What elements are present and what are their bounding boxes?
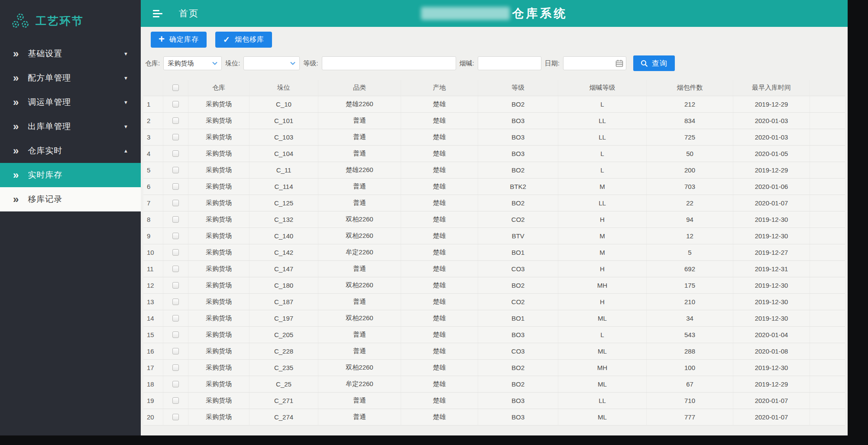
cell-grade: BTV [478,228,558,244]
cell-category: 牟定2260 [318,376,401,392]
table-row: 2 采购货场 C_101 普通 楚雄 BO3 LL 834 2020-01-03 [143,113,845,129]
row-checkbox-cell [163,360,188,376]
sidebar-submenu-item[interactable]: » 实时库存 [0,163,141,187]
row-checkbox[interactable] [172,117,179,124]
sidebar-menu-item[interactable]: » 调运单管理 ▼ [0,90,141,114]
sidebar-subitem-label: 实时库存 [28,169,62,181]
cell-warehouse: 采购货场 [188,261,249,277]
cell-warehouse: 采购货场 [188,360,249,376]
cell-warehouse: 采购货场 [188,129,249,145]
row-checkbox-cell [163,113,188,129]
cell-nicotine-grade: M [558,228,647,244]
row-filler-cell [810,343,845,359]
row-filler-cell [810,360,845,376]
row-checkbox[interactable] [172,414,179,420]
row-checkbox[interactable] [172,216,179,223]
row-checkbox[interactable] [172,282,179,289]
sidebar-menu-item[interactable]: » 配方单管理 ▼ [0,66,141,90]
grade-input[interactable] [322,56,456,70]
row-filler-cell [810,294,845,310]
select-all-checkbox[interactable] [172,84,179,91]
cell-category: 双柏2260 [318,228,401,244]
sidebar: 工艺环节 » 基础设置 ▼ » 配方单管理 ▼ » 调运单管理 [0,0,141,435]
cell-stack: C_187 [249,294,318,310]
plus-icon: + [159,34,165,44]
double-chevron-icon: » [13,146,19,156]
row-filler-cell [810,113,845,129]
cell-grade: CO3 [478,343,558,359]
row-checkbox[interactable] [172,364,179,371]
row-checkbox[interactable] [172,315,179,322]
cell-stack: C_235 [249,360,318,376]
row-filler-cell [810,179,845,195]
table-row: 18 采购货场 C_25 牟定2260 楚雄 BO2 ML 67 2019-12… [143,376,845,393]
row-checkbox[interactable] [172,331,179,338]
row-checkbox[interactable] [172,200,179,206]
row-checkbox[interactable] [172,183,179,190]
sidebar-menu-item[interactable]: » 基础设置 ▼ [0,42,141,66]
row-checkbox-cell [163,195,188,211]
row-number: 18 [143,376,163,392]
cell-warehouse: 采购货场 [188,294,249,310]
calendar-icon[interactable] [615,59,623,67]
row-number: 17 [143,360,163,376]
cell-category: 普通 [318,129,401,145]
sidebar-menu-item[interactable]: » 仓库实时 ▲ [0,139,141,163]
cell-nicotine-grade: ML [558,376,647,392]
row-checkbox-cell [163,393,188,409]
cell-origin: 楚雄 [401,162,478,178]
sidebar-subitem-label: 移库记录 [28,194,62,205]
cell-warehouse: 采购货场 [188,244,249,260]
row-checkbox-cell [163,294,188,310]
row-checkbox[interactable] [172,397,179,404]
cell-nicotine-grade: M [558,244,647,260]
table-row: 16 采购货场 C_228 普通 楚雄 CO3 ML 288 2020-01-0… [143,343,845,360]
row-checkbox[interactable] [172,233,179,239]
row-number: 6 [143,179,163,195]
select-chevron-icon [290,62,295,65]
row-checkbox[interactable] [172,167,179,173]
row-checkbox[interactable] [172,150,179,157]
cell-origin: 楚雄 [401,244,478,260]
row-checkbox[interactable] [172,348,179,354]
cell-nicotine-grade: ML [558,310,647,326]
row-filler-cell [810,393,845,409]
sidebar-submenu-item[interactable]: » 移库记录 [0,187,141,211]
cell-earliest-date: 2020-01-03 [733,129,810,145]
filter-bar: 仓库: 采购货场 垛位: 等级: 烟碱: 日期: [141,52,848,75]
expand-chevron-icon: ▲ [123,148,129,153]
tab-home[interactable]: 首页 [179,7,199,19]
row-checkbox[interactable] [172,299,179,305]
expand-chevron-icon: ▼ [123,75,129,81]
cell-origin: 楚雄 [401,211,478,227]
row-checkbox[interactable] [172,134,179,140]
sidebar-menu-item[interactable]: » 出库单管理 ▼ [0,114,141,139]
menu-toggle-icon[interactable] [153,10,163,17]
row-number: 14 [143,310,163,326]
row-checkbox-cell [163,327,188,343]
stack-select[interactable] [243,56,300,70]
cell-nicotine-grade: M [558,179,647,195]
cell-earliest-date: 2020-01-07 [733,409,810,425]
table-row: 5 采购货场 C_11 楚雄2260 楚雄 BO2 L 200 2019-12-… [143,162,845,179]
cell-stack: C_104 [249,146,318,162]
table-row: 11 采购货场 C_147 普通 楚雄 CO3 H 692 2019-12-31 [143,261,845,277]
cell-category: 普通 [318,343,401,359]
search-button[interactable]: 查询 [633,55,675,71]
app-logo: 工艺环节 [0,0,141,42]
row-checkbox[interactable] [172,381,179,387]
warehouse-select[interactable]: 采购货场 [163,56,222,70]
row-checkbox[interactable] [172,249,179,256]
row-filler-cell [810,195,845,211]
nicotine-input[interactable] [478,56,541,70]
package-move-button[interactable]: ✓ 烟包移库 [215,32,272,48]
confirm-inventory-button[interactable]: + 确定库存 [151,32,207,48]
double-chevron-icon: » [13,170,19,180]
row-checkbox[interactable] [172,266,179,272]
search-icon [641,60,648,67]
sidebar-submenu: » 实时库存 » 移库记录 [0,163,141,211]
row-checkbox-cell [163,179,188,195]
row-checkbox[interactable] [172,101,179,107]
check-icon: ✓ [223,36,230,44]
row-checkbox-cell [163,162,188,178]
